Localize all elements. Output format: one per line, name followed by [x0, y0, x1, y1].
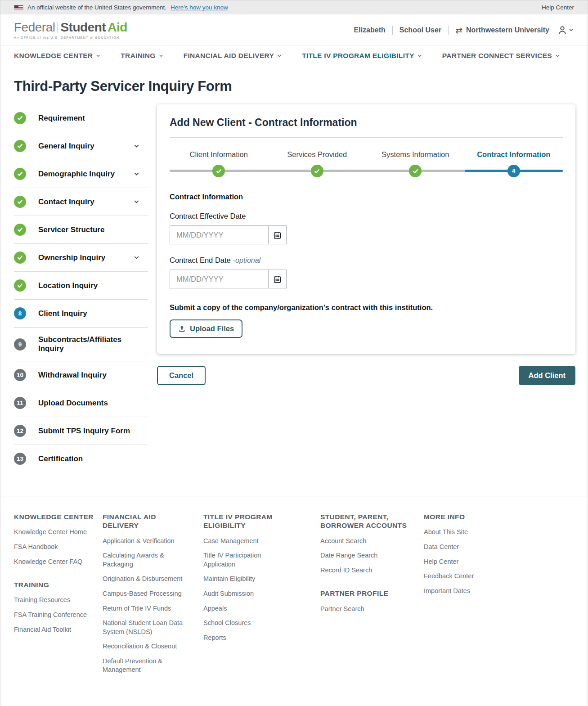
sidebar-step[interactable]: Demographic Inquiry: [14, 160, 148, 188]
footer-link[interactable]: About This Site: [424, 528, 505, 537]
footer-link[interactable]: FSA Handbook: [14, 543, 95, 552]
gov-banner: An official website of the United States…: [0, 0, 588, 14]
sidebar-step[interactable]: General Inquiry: [14, 132, 148, 160]
footer-link[interactable]: Calculating Awards & Packaging: [103, 551, 184, 569]
sidebar-step[interactable]: Contact Inquiry: [14, 188, 148, 216]
footer-link[interactable]: Application & Verification: [103, 537, 184, 546]
sidebar-step[interactable]: Requirement: [14, 104, 148, 132]
user-name[interactable]: Elizabeth: [354, 26, 386, 34]
sidebar-step[interactable]: 13 Certification: [14, 445, 148, 472]
wizard-step[interactable]: Client Information: [170, 150, 268, 177]
footer-link[interactable]: FSA Training Conference: [14, 611, 95, 620]
footer-group: PARTNER PROFILE Partner Search: [320, 589, 424, 613]
footer-link[interactable]: Data Center: [424, 543, 505, 552]
footer-group: MORE INFO About This Site Data Center He…: [424, 513, 574, 595]
sidebar-step[interactable]: 11 Upload Documents: [14, 389, 148, 417]
check-icon: [314, 168, 320, 175]
footer-link[interactable]: Reconciliation & Closeout: [103, 642, 184, 651]
upload-files-button[interactable]: Upload Files: [170, 319, 242, 338]
footer-link[interactable]: Feedback Center: [424, 572, 505, 581]
account-menu[interactable]: [557, 24, 574, 36]
user-role[interactable]: School User: [399, 26, 441, 34]
footer-group-links: Account Search Date Range Search Record …: [320, 537, 424, 575]
footer-link[interactable]: National Student Loan Data System (NSLDS…: [103, 619, 184, 636]
footer-link[interactable]: Maintain Eligibility: [203, 575, 284, 584]
add-client-button[interactable]: Add Client: [519, 366, 576, 385]
footer-link[interactable]: Audit Submission: [203, 589, 284, 598]
header-separator: [448, 26, 449, 35]
nav-item[interactable]: TITLE IV PROGRAM ELIGIBILITY: [302, 52, 422, 60]
chevron-down-icon: [568, 27, 574, 33]
step-number: 9: [18, 341, 22, 348]
sidebar-step[interactable]: 12 Submit TPS Inquiry Form: [14, 417, 148, 445]
wizard-step[interactable]: Systems Information: [366, 150, 465, 177]
logo-federal: Federal: [14, 20, 55, 35]
footer-group-links: Knowledge Center Home FSA Handbook Knowl…: [14, 528, 103, 566]
footer-link[interactable]: Help Center: [424, 558, 505, 567]
logo-student: Student: [60, 20, 106, 35]
sidebar-step-label: Submit TPS Inquiry Form: [38, 427, 148, 436]
calendar-button[interactable]: [268, 226, 286, 244]
footer-link[interactable]: Record ID Search: [320, 566, 401, 575]
footer-link[interactable]: Account Search: [320, 537, 401, 546]
footer-link[interactable]: Knowledge Center FAQ: [14, 558, 95, 567]
footer-link[interactable]: Return of Title IV Funds: [103, 604, 184, 613]
sidebar-step[interactable]: Servicer Structure: [14, 216, 148, 244]
footer-link[interactable]: Financial Aid Toolkit: [14, 625, 95, 634]
step-number: 8: [18, 310, 22, 317]
nav-item[interactable]: FINANCIAL AID DELIVERY: [184, 52, 283, 60]
footer-link[interactable]: Title IV Participation Application: [203, 551, 284, 569]
wizard-step-label: Services Provided: [287, 150, 347, 159]
nav-item-label: TRAINING: [121, 52, 155, 60]
footer-link[interactable]: Campus-Based Processing: [103, 589, 184, 598]
chevron-down-icon: [555, 53, 560, 58]
step-status-circle: [14, 279, 26, 292]
wizard-step[interactable]: Contract Information 4: [465, 150, 563, 177]
switch-organization-icon[interactable]: ⇄: [455, 25, 462, 35]
footer-link[interactable]: Origination & Disbursement: [103, 575, 184, 584]
sidebar-step[interactable]: Location Inquiry: [14, 272, 148, 300]
footer-link[interactable]: Default Prevention & Management: [103, 657, 184, 675]
nav-item[interactable]: PARTNER CONNECT SERVICES: [442, 52, 560, 60]
fsa-logo[interactable]: Federal Student Aid An OFFICE of the U.S…: [14, 20, 127, 40]
cancel-button[interactable]: Cancel: [157, 366, 206, 385]
sidebar-step[interactable]: 10 Withdrawal Inquiry: [14, 361, 148, 389]
footer-group: KNOWLEDGE CENTER Knowledge Center Home F…: [14, 513, 103, 566]
footer-link[interactable]: School Closures: [203, 619, 284, 628]
step-status-circle: 10: [14, 369, 26, 381]
sidebar-step[interactable]: 8 Client Inquiry: [14, 300, 148, 328]
wizard-step-label: Client Information: [190, 150, 248, 159]
footer-link[interactable]: Important Dates: [424, 587, 505, 596]
banner-how-you-know-link[interactable]: Here's how you know: [171, 4, 228, 11]
calendar-button[interactable]: [268, 270, 286, 288]
sidebar-step-label: Subcontracts/Affiliates Inquiry: [38, 335, 148, 353]
check-icon: [17, 115, 23, 121]
banner-text: An official website of the United States…: [27, 4, 166, 11]
footer-link[interactable]: Knowledge Center Home: [14, 528, 95, 537]
card-title: Add New Client - Contract Information: [170, 117, 563, 129]
sidebar-step[interactable]: 9 Subcontracts/Affiliates Inquiry: [14, 328, 148, 361]
wizard-step[interactable]: Services Provided: [268, 150, 367, 177]
footer-link[interactable]: Reports: [203, 634, 284, 643]
date-input[interactable]: [170, 270, 268, 288]
step-number: 13: [17, 455, 23, 462]
footer-link[interactable]: Case Management: [203, 537, 284, 546]
footer-link[interactable]: Partner Search: [320, 605, 401, 614]
sidebar-step-label: Servicer Structure: [38, 225, 148, 234]
nav-item[interactable]: KNOWLEDGE CENTER: [14, 52, 101, 60]
wizard-step-label: Systems Information: [382, 150, 449, 159]
chevron-down-icon: [133, 171, 140, 177]
date-input[interactable]: [170, 226, 268, 244]
footer-link[interactable]: Training Resources: [14, 596, 95, 605]
step-status-circle: [14, 140, 26, 152]
calendar-icon: [273, 231, 282, 239]
field-label: Contract Effective Date: [170, 212, 563, 220]
sidebar-step-label: General Inquiry: [38, 142, 133, 151]
organization-name[interactable]: Northwestern University: [466, 26, 549, 34]
footer-link[interactable]: Date Range Search: [320, 551, 401, 560]
sidebar-step[interactable]: Ownership Inquiry: [14, 244, 148, 272]
footer-column: MORE INFO About This Site Data Center He…: [424, 513, 574, 689]
help-center-link[interactable]: Help Center: [542, 4, 574, 11]
footer-link[interactable]: Appeals: [203, 604, 284, 613]
nav-item[interactable]: TRAINING: [121, 52, 163, 60]
